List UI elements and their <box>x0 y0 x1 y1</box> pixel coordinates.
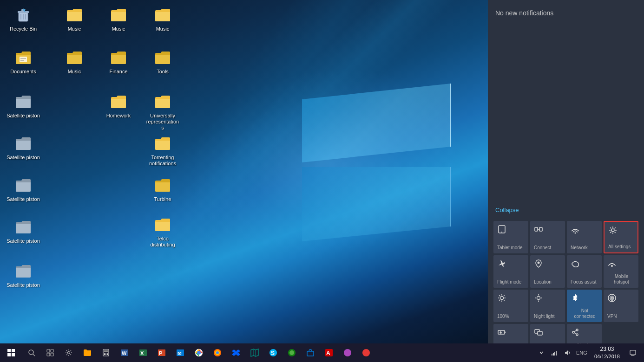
desktop-icon-folder17[interactable]: Satellite piston <box>5 260 42 290</box>
desktop-icon-folder15[interactable]: Telco distributing <box>144 213 181 250</box>
folder14-icon <box>14 176 33 194</box>
quick-tile-network[interactable]: Network <box>567 221 602 253</box>
taskbar-apps: W X P ✉ S A <box>59 343 536 362</box>
svg-rect-12 <box>539 227 542 231</box>
no-notifications-text: No new notifications <box>488 0 644 24</box>
quick-tile-mobile-hotspot[interactable]: Mobile hotspot <box>604 255 638 288</box>
quick-tile-focus-assist[interactable]: Focus assist <box>567 255 602 288</box>
taskbar-app-store[interactable] <box>301 343 320 362</box>
tray-network[interactable] <box>549 343 560 362</box>
taskbar-app-firefox[interactable] <box>208 343 227 362</box>
svg-point-37 <box>572 331 574 333</box>
folder9-icon <box>109 92 128 111</box>
svg-text:W: W <box>122 350 127 356</box>
tray-volume[interactable] <box>562 343 573 362</box>
taskbar-app-purple[interactable] <box>338 343 357 362</box>
action-center-button[interactable] <box>625 343 640 362</box>
desktop-icon-folder5[interactable]: Music <box>56 46 93 77</box>
tray-chevron[interactable] <box>536 343 547 362</box>
folder2-label: Music <box>112 26 125 32</box>
desktop-icon-folder14[interactable]: Satellite piston <box>5 174 42 204</box>
taskbar-app-dropbox[interactable] <box>227 343 245 362</box>
vpn-label: VPN <box>607 314 617 319</box>
system-clock[interactable]: 23:03 04/12/2018 <box>591 343 624 362</box>
svg-text:P: P <box>159 350 162 356</box>
flight-mode-icon <box>497 259 506 270</box>
network-label: Network <box>571 245 588 251</box>
network-icon <box>571 225 580 235</box>
svg-text:S: S <box>271 350 275 356</box>
quick-tile-not-connected[interactable]: Not connected <box>567 290 602 322</box>
svg-point-80 <box>289 350 294 355</box>
taskbar-app-xbox[interactable] <box>283 343 301 362</box>
desktop-icon-folder10[interactable]: Universally representations <box>144 90 181 133</box>
svg-rect-54 <box>104 350 108 352</box>
svg-rect-34 <box>505 332 506 333</box>
desktop-icon-folder11[interactable]: Torrenting notifications <box>144 132 181 168</box>
quick-tile-brightness[interactable]: 100% <box>493 290 528 322</box>
folder6-icon <box>109 48 128 67</box>
svg-line-41 <box>574 333 576 334</box>
desktop-icon-folder1[interactable]: Music <box>56 4 93 34</box>
taskbar-app-word[interactable]: W <box>115 343 134 362</box>
quick-tile-location[interactable]: Location <box>530 255 565 288</box>
svg-rect-58 <box>104 354 105 355</box>
desktop-icons-container: Recycle Bin Music Music Music Documents … <box>0 0 488 343</box>
desktop-icon-folder3[interactable]: Music <box>144 4 181 34</box>
svg-point-16 <box>538 262 540 264</box>
search-button[interactable] <box>22 343 41 362</box>
desktop-icon-folder2[interactable]: Music <box>100 4 137 34</box>
svg-point-84 <box>344 349 351 356</box>
taskbar-app-explorer[interactable] <box>78 343 97 362</box>
folder8-label: Satellite piston <box>7 113 40 119</box>
folder4-icon <box>14 48 33 67</box>
svg-point-18 <box>500 297 504 300</box>
taskbar-app-settings[interactable] <box>59 343 78 362</box>
desktop-icon-folder13[interactable]: Turbine <box>144 174 181 204</box>
collapse-button[interactable]: Collapse <box>495 205 519 215</box>
quick-tile-tablet-mode[interactable]: Tablet mode <box>493 221 528 253</box>
folder14-label: Satellite piston <box>7 196 40 202</box>
taskbar-app-antivirus[interactable]: A <box>320 343 338 362</box>
recycle-bin-icon <box>14 6 33 24</box>
svg-rect-6 <box>20 57 27 62</box>
quick-tile-night-light[interactable]: Night light <box>530 290 565 322</box>
desktop-icon-recycle-bin[interactable]: Recycle Bin <box>5 4 42 34</box>
desktop-icon-folder6[interactable]: Finance <box>100 46 137 77</box>
quick-tile-vpn[interactable]: VPN <box>604 290 638 322</box>
taskbar-app-outlook[interactable]: ✉ <box>171 343 190 362</box>
start-button[interactable] <box>0 343 22 362</box>
folder1-label: Music <box>68 26 81 32</box>
desktop-icon-folder8[interactable]: Satellite piston <box>5 90 42 121</box>
svg-point-17 <box>611 265 613 267</box>
desktop-icon-folder7[interactable]: Tools <box>144 46 181 77</box>
svg-rect-45 <box>12 353 15 356</box>
connect-label: Connect <box>534 245 551 251</box>
location-label: Location <box>534 279 552 285</box>
taskbar-app-red2[interactable] <box>357 343 375 362</box>
taskbar-app-excel[interactable]: X <box>134 343 152 362</box>
svg-point-85 <box>362 349 370 356</box>
svg-point-52 <box>68 352 70 354</box>
quick-tile-flight-mode[interactable]: Flight mode <box>493 255 528 288</box>
quick-tile-all-settings[interactable]: All settings <box>604 221 638 253</box>
task-view-button[interactable] <box>41 343 59 362</box>
connect-icon <box>534 225 543 235</box>
taskbar-app-powerpoint[interactable]: P <box>152 343 171 362</box>
desktop-icon-folder4[interactable]: Documents <box>5 46 42 77</box>
desktop-icon-folder9[interactable]: Homework <box>100 90 137 121</box>
tray-lang[interactable]: ENG <box>575 343 589 362</box>
taskbar-app-calculator[interactable] <box>97 343 115 362</box>
folder17-icon <box>14 262 33 280</box>
folder9-label: Homework <box>106 113 131 119</box>
desktop-icon-folder16[interactable]: Satellite piston <box>5 216 42 246</box>
night-light-icon <box>534 293 543 304</box>
svg-rect-87 <box>553 353 554 356</box>
taskbar-app-skype[interactable]: S <box>264 343 283 362</box>
svg-rect-49 <box>51 349 53 352</box>
svg-rect-56 <box>105 353 106 354</box>
desktop-icon-folder12[interactable]: Satellite piston <box>5 132 42 162</box>
quick-tile-connect[interactable]: Connect <box>530 221 565 253</box>
taskbar-app-maps[interactable] <box>245 343 264 362</box>
taskbar-app-chrome[interactable] <box>190 343 208 362</box>
